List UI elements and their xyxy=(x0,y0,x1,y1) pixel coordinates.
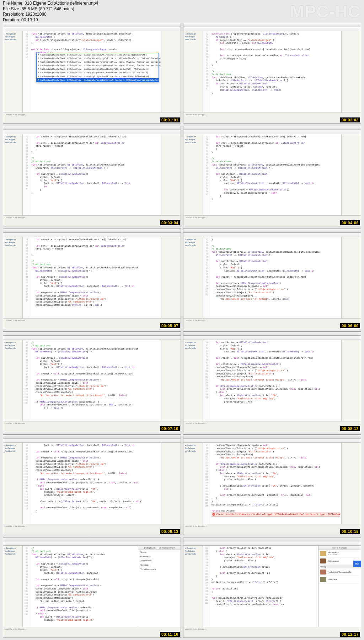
xcode-toolbar[interactable] xyxy=(3,541,181,546)
utilities-panel[interactable] xyxy=(161,31,181,112)
mail-swipe-button[interactable]: Mail xyxy=(353,561,361,567)
utilities-panel[interactable] xyxy=(161,237,181,318)
code-editor[interactable]: 78 79 80 81 82 83 84 85 86 87 88 89 90 9… xyxy=(23,237,161,318)
project-navigator[interactable]: ▸ Rezeptbuch AppDelegate ViewController xyxy=(3,340,23,421)
code-editor[interactable]: 85 86 87 88 89 90 91 92 93 94 95 96 97 9… xyxy=(23,340,161,421)
xcode-toolbar[interactable] xyxy=(183,130,361,134)
debug-area[interactable]: Local info in the debugger… xyxy=(3,524,181,535)
code-editor[interactable]: 77 78 79 80 81 82 83 84 85 86 87 88 89 9… xyxy=(203,134,341,215)
project-navigator[interactable]: ▸ Rezeptbuch AppDelegate ViewController xyxy=(3,443,23,524)
line-gutter: 72 73 74 75 76 77 78 79 80 81 82 83 84 8… xyxy=(203,31,209,112)
timestamp-badge: 00:11:16 xyxy=(160,632,180,637)
simulator-title: Meine Rezepte xyxy=(318,546,361,550)
debug-area[interactable]: Local info in the debugger… xyxy=(183,215,361,226)
utilities-panel[interactable] xyxy=(161,443,181,524)
project-navigator[interactable]: ▸ Rezeptbuch AppDelegate ViewController xyxy=(183,340,203,421)
utilities-panel[interactable] xyxy=(161,340,181,421)
autocomplete-item[interactable]: M tableView(tableView: UITableView, didH… xyxy=(37,71,159,74)
timestamp-badge: 00:09:13 xyxy=(160,529,180,534)
utilities-panel[interactable] xyxy=(161,134,181,215)
debug-area[interactable]: Local info in the debugger… xyxy=(3,421,181,432)
timestamp-badge: 00:05:07 xyxy=(160,323,180,328)
autocomplete-popup[interactable]: M tableView(tableView: UITableView, didD… xyxy=(36,53,159,82)
timestamp-badge: 00:02:03 xyxy=(340,117,360,122)
code-editor[interactable]: 72 73 74 75 76 77 78 79 80 81 82 83 84 8… xyxy=(203,31,341,112)
video-frame: ▸ Rezeptbuch AppDelegate ViewController7… xyxy=(183,126,361,226)
debug-area[interactable]: Local info in the debugger… xyxy=(3,215,181,226)
window-titlebar xyxy=(3,23,181,27)
autocomplete-item[interactable]: M tableView(tableView: UITableView, didE… xyxy=(37,57,159,60)
timestamp-badge: 00:03:04 xyxy=(160,220,180,225)
project-navigator[interactable]: ▸ Rezeptbuch AppDelegate ViewController xyxy=(183,546,203,627)
timestamp-badge: 00:01:01 xyxy=(160,117,180,122)
line-gutter: 78 79 80 81 82 83 84 85 86 87 88 89 90 9… xyxy=(23,237,29,318)
project-navigator[interactable]: ▸ Rezeptbuch AppDelegate ViewController xyxy=(3,31,23,112)
video-frame: ▸ Rezeptbuch AppDelegate ViewController1… xyxy=(183,537,361,638)
code-editor[interactable]: 85 86 87 88 89 90 91 92 93 94 95 96 97 9… xyxy=(23,546,138,627)
debug-area[interactable]: Local info in the debugger… xyxy=(183,524,361,535)
debug-area[interactable]: Local info in the debugger… xyxy=(183,421,361,432)
window-titlebar xyxy=(3,537,181,541)
code-editor[interactable]: 90 91 92 93 94 95 96 97 98 99 100 101 10… xyxy=(203,340,341,421)
xcode-toolbar[interactable] xyxy=(3,27,181,31)
code-editor[interactable]: 97 98 99 100 101 102 103 104 105 106 107… xyxy=(203,443,341,524)
xcode-toolbar[interactable] xyxy=(3,233,181,237)
code-editor[interactable]: 93 94 95 96 97 98 99 100 101 102 103 104… xyxy=(23,443,161,524)
xcode-toolbar[interactable] xyxy=(183,233,361,237)
xcode-toolbar[interactable] xyxy=(183,541,361,546)
autocomplete-item[interactable]: M tableView(tableView: UITableView, didU… xyxy=(37,75,159,78)
autocomplete-item[interactable]: M tableView(tableView: UITableView, didE… xyxy=(37,64,159,67)
simulator-title: Rezeptbuch — En Rezeptkarte!! xyxy=(138,546,181,550)
video-frame: ▸ Rezeptbuch AppDelegate ViewController9… xyxy=(183,434,361,535)
xcode-toolbar[interactable] xyxy=(3,336,181,340)
utilities-panel[interactable] xyxy=(341,31,361,112)
code-editor[interactable]: 83 84 85 86 87 88 89 90 91 92 93 94 95 9… xyxy=(203,237,341,318)
debug-area[interactable]: Local info in the debugger… xyxy=(183,112,361,123)
xcode-toolbar[interactable] xyxy=(183,439,361,443)
project-navigator[interactable]: ▸ Rezeptbuch AppDelegate ViewController xyxy=(183,31,203,112)
xcode-toolbar[interactable] xyxy=(3,130,181,134)
xcode-toolbar[interactable] xyxy=(183,336,361,340)
video-frame: ▸ Rezeptbuch AppDelegate ViewController9… xyxy=(3,434,181,535)
utilities-panel[interactable] xyxy=(341,134,361,215)
timestamp-badge: 00:12:17 xyxy=(340,632,360,637)
window-titlebar xyxy=(3,435,181,439)
window-titlebar xyxy=(183,126,361,130)
debug-area[interactable]: Local info in the debugger… xyxy=(3,318,181,329)
timestamp-badge: 00:10:15 xyxy=(340,529,360,534)
autocomplete-item[interactable]: M tableView(tableView: UITableView, didE… xyxy=(37,67,159,71)
window-titlebar xyxy=(3,332,181,336)
debug-area[interactable]: Local info in the debugger… xyxy=(183,318,361,329)
utilities-panel[interactable] xyxy=(341,237,361,318)
code-editor[interactable]: 104 105 106 107 108 109 110 111 112 113 … xyxy=(203,546,318,627)
debug-area[interactable]: Local info in the debugger… xyxy=(3,112,181,123)
video-frame: ▸ Rezeptbuch AppDelegate ViewController8… xyxy=(183,229,361,329)
xcode-toolbar[interactable] xyxy=(183,27,361,31)
utilities-panel[interactable] xyxy=(341,340,361,421)
autocomplete-item[interactable]: M tableView(tableView: UITableView, didE… xyxy=(37,60,159,64)
line-gutter: 77 78 79 80 81 82 83 84 85 86 87 88 89 9… xyxy=(203,134,209,215)
autocomplete-item[interactable]: M tableView(tableView: UITableView, didU… xyxy=(37,78,159,82)
utilities-panel[interactable] xyxy=(341,443,361,524)
line-gutter: 93 94 95 96 97 98 99 100 101 102 103 104… xyxy=(23,443,29,524)
video-frame: ▸ Rezeptbuch AppDelegate ViewController6… xyxy=(3,23,181,124)
debug-area[interactable]: Local info in the debugger… xyxy=(3,627,181,638)
xcode-toolbar[interactable] xyxy=(3,439,181,443)
project-navigator[interactable]: ▸ Rezeptbuch AppDelegate ViewController xyxy=(183,237,203,318)
autocomplete-item[interactable]: M tableView(tableView: UITableView, didD… xyxy=(37,53,159,57)
window-titlebar xyxy=(183,435,361,439)
code-editor[interactable]: 77 78 79 80 81 82 83 84 85 86 87 88 89 9… xyxy=(23,134,161,215)
video-frame: ▸ Rezeptbuch AppDelegate ViewController7… xyxy=(3,229,181,329)
project-navigator[interactable]: ▸ Rezeptbuch AppDelegate ViewController xyxy=(183,134,203,215)
project-navigator[interactable]: ▸ Rezeptbuch AppDelegate ViewController xyxy=(3,134,23,215)
project-navigator[interactable]: ▸ Rezeptbuch AppDelegate ViewController xyxy=(3,237,23,318)
line-gutter: 83 84 85 86 87 88 89 90 91 92 93 94 95 9… xyxy=(203,237,209,318)
debug-area[interactable]: Local info in the debugger… xyxy=(183,627,361,638)
project-navigator[interactable]: ▸ Rezeptbuch AppDelegate ViewController xyxy=(183,443,203,524)
line-gutter: 97 98 99 100 101 102 103 104 105 106 107… xyxy=(203,443,209,524)
line-gutter: 85 86 87 88 89 90 91 92 93 94 95 96 97 9… xyxy=(23,546,29,627)
window-titlebar xyxy=(183,229,361,233)
line-gutter: 85 86 87 88 89 90 91 92 93 94 95 96 97 9… xyxy=(23,340,29,421)
project-navigator[interactable]: ▸ Rezeptbuch AppDelegate ViewController xyxy=(3,546,23,627)
code-editor[interactable]: 60 61 62 63 64 65 66 67 68 func tableVie… xyxy=(23,31,161,112)
